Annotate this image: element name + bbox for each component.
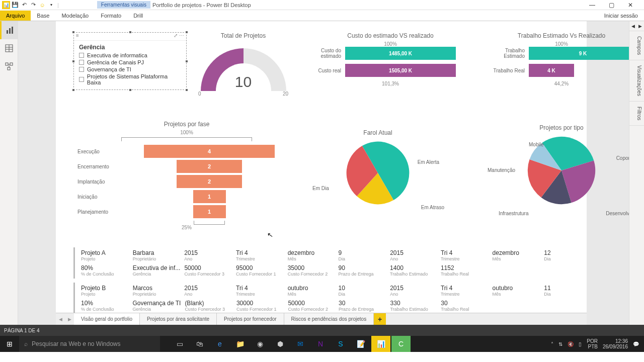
- model-view-button[interactable]: [0, 57, 18, 75]
- card-cell: 30000Custo Fornecedor 1: [236, 300, 284, 312]
- taskbar-camtasia-icon[interactable]: C: [391, 336, 411, 352]
- tray-volume-icon[interactable]: 🔇: [568, 341, 574, 347]
- tray-battery-icon[interactable]: ▯: [579, 341, 582, 347]
- tray-notifications-icon[interactable]: 💬: [633, 341, 639, 347]
- slicer-focus-icon[interactable]: ⤢: [174, 33, 178, 38]
- card-cell: 80%% de Conclusão: [81, 264, 129, 277]
- report-canvas[interactable]: ≡ ⤢ ⋯ Gerência Executiva de informaticaG…: [56, 21, 587, 325]
- bs1-title: Custo do estimado VS realizado: [300, 32, 481, 39]
- tray-lang[interactable]: PORPTB: [587, 338, 598, 349]
- page-tab[interactable]: Projetos por fornecedor: [217, 313, 284, 325]
- tray-network-icon[interactable]: ⇅: [558, 341, 562, 347]
- pie2-lbl-manutencao: Manutenção: [488, 167, 515, 173]
- checkbox-icon[interactable]: [79, 77, 84, 82]
- title-center: Ferramentas visuais Portfolio de projeto…: [62, 1, 579, 9]
- pane-campos[interactable]: Campos: [629, 31, 644, 60]
- slicer-item[interactable]: Executiva de informatica: [74, 52, 186, 59]
- ribbon-tab-base[interactable]: Base: [31, 11, 55, 21]
- gauge-total-projetos[interactable]: Total de Projetos 10 020: [194, 32, 292, 115]
- chart-projetos-por-tipo[interactable]: Projetos por tipo Mobile Coporativo Manu…: [478, 124, 629, 230]
- ribbon-tab-modelacao[interactable]: Modelação: [55, 11, 95, 21]
- redo-icon[interactable]: ↷: [29, 1, 37, 9]
- taskbar-onenote-icon[interactable]: N: [311, 336, 330, 352]
- slicer-item[interactable]: Gerência de Canais PJ: [74, 59, 186, 66]
- sign-in-button[interactable]: Iniciar sessão: [598, 11, 644, 21]
- start-button[interactable]: ⊞: [0, 336, 19, 352]
- report-view-button[interactable]: [0, 21, 18, 39]
- svg-rect-1: [9, 28, 11, 34]
- taskbar-outlook-icon[interactable]: ✉: [291, 336, 310, 352]
- taskbar-app1-icon[interactable]: ⬢: [271, 336, 290, 352]
- slicer-item[interactable]: Governança de TI: [74, 66, 186, 73]
- taskbar-skype-icon[interactable]: S: [331, 336, 350, 352]
- tab-nav-prev[interactable]: ◀: [56, 313, 65, 325]
- card-row: Projeto BProjetoMarcosProprietário2015An…: [73, 283, 577, 314]
- pie2-title: Projetos por tipo: [478, 124, 629, 131]
- ribbon-tab-formato[interactable]: Formato: [95, 11, 127, 21]
- funnel-bar: 4: [144, 145, 275, 158]
- bs2-top: 100%: [484, 41, 629, 47]
- slicer-menu-icon[interactable]: ≡: [76, 33, 79, 40]
- chart-projetos-por-fase[interactable]: Projetos por fase 100% Execução4Encerram…: [73, 121, 300, 244]
- taskbar-notepad-icon[interactable]: 📝: [351, 336, 370, 352]
- task-view-icon[interactable]: ▭: [170, 336, 189, 352]
- add-page-button[interactable]: +: [374, 313, 386, 325]
- pie2-lbl-dev: Desenvolvimento: [606, 211, 629, 216]
- slicer-more-icon[interactable]: ⋯: [179, 33, 184, 38]
- card-cell: 2015Ano: [184, 285, 232, 297]
- svg-rect-7: [6, 63, 8, 65]
- close-button[interactable]: ✕: [623, 1, 638, 10]
- checkbox-icon[interactable]: [79, 60, 84, 65]
- data-view-button[interactable]: [0, 39, 18, 57]
- taskbar-store-icon[interactable]: 🛍: [190, 336, 209, 352]
- slicer-item-label: Governança de TI: [87, 66, 131, 72]
- card-cell: Tri 4Trimestre: [441, 249, 489, 261]
- minimize-button[interactable]: —: [585, 1, 600, 10]
- expand-right-icon[interactable]: ▶: [638, 24, 642, 29]
- card-cell: 9Dia: [338, 249, 386, 261]
- right-pane-rail: ◀▶ Campos Visualizações Filtros: [629, 21, 644, 325]
- pie2-lbl-coporativo: Coporativo: [616, 155, 629, 161]
- funnel-label: Encerramento: [73, 164, 119, 169]
- page-tab[interactable]: Visão geral do portfolio: [74, 313, 140, 325]
- gauge-title: Total de Projetos: [194, 32, 292, 39]
- slicer-item[interactable]: Projetos de Sistemas Plataforma Baixa: [74, 73, 186, 86]
- pane-filtros[interactable]: Filtros: [629, 102, 644, 126]
- funnel-label: Planejamento: [73, 209, 119, 215]
- tab-nav-next[interactable]: ▶: [65, 313, 74, 325]
- maximize-button[interactable]: ▢: [604, 1, 619, 10]
- expand-left-icon[interactable]: ◀: [631, 24, 635, 29]
- search-placeholder: Pesquisar na Web e no Windows: [32, 340, 121, 347]
- multi-row-cards[interactable]: Projeto AProjetoBarbaraProprietário2015A…: [73, 247, 577, 318]
- tray-up-icon[interactable]: ˄: [551, 341, 553, 347]
- page-tab[interactable]: Projetos por área solicitante: [140, 313, 217, 325]
- chart-farol-atual[interactable]: Farol Atual Em Alerta Em Dia Em Atraso: [307, 129, 448, 235]
- bar-label: Trabalho Estimado: [484, 48, 529, 59]
- card-cell: 1400Trabalho Estimado: [390, 264, 437, 277]
- card-cell: 30Prazo de Entrega: [339, 300, 386, 312]
- ribbon-tab-drill[interactable]: Drill: [127, 11, 149, 21]
- chart-trabalho-estimado-realizado[interactable]: Trabalho Estimado Vs Realizado 100% Trab…: [484, 32, 629, 86]
- undo-icon[interactable]: ↶: [20, 1, 28, 9]
- bs1-top: 100%: [300, 41, 481, 47]
- funnel-bottom: 25%: [73, 225, 300, 230]
- taskbar-chrome-icon[interactable]: ◉: [251, 336, 270, 352]
- pie1-lbl-dia: Em Dia: [312, 186, 329, 191]
- qat-dropdown-icon[interactable]: ▾: [47, 1, 55, 9]
- save-icon[interactable]: 💾: [11, 1, 19, 9]
- taskbar-explorer-icon[interactable]: 📁: [230, 336, 250, 352]
- taskbar-edge-icon[interactable]: e: [210, 336, 229, 352]
- slicer-gerencia[interactable]: ≡ ⤢ ⋯ Gerência Executiva de informaticaG…: [73, 32, 187, 90]
- checkbox-icon[interactable]: [79, 53, 84, 58]
- pane-visualizacoes[interactable]: Visualizações: [629, 60, 644, 102]
- checkbox-icon[interactable]: [79, 67, 84, 72]
- gauge-max: 20: [283, 91, 288, 97]
- pie2-lbl-mobile: Mobile: [529, 142, 543, 147]
- taskbar-search[interactable]: ⌕Pesquisar na Web e no Windows: [19, 336, 160, 352]
- tray-clock[interactable]: 12:3626/09/2016: [603, 338, 628, 349]
- page-tab[interactable]: Riscos e pendências dos projetos: [284, 313, 374, 325]
- ribbon-tab-arquivo[interactable]: Arquivo: [0, 11, 31, 21]
- taskbar-powerbi-icon[interactable]: 📊: [371, 336, 390, 352]
- chart-custo-estimado-realizado[interactable]: Custo do estimado VS realizado 100% Cust…: [300, 32, 481, 86]
- smile-icon[interactable]: ☺: [38, 1, 46, 9]
